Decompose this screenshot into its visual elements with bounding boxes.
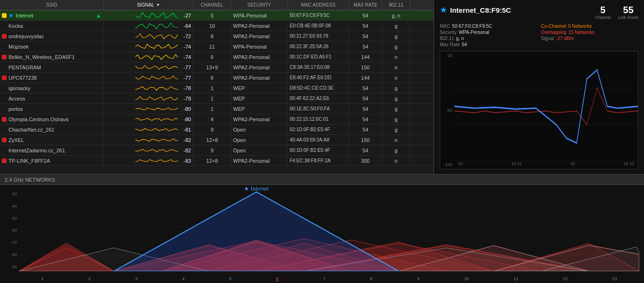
table-row[interactable]: Access-791WEP00:4F:62:22:A2:E654g	[0, 93, 434, 104]
signal-value: -77	[178, 75, 191, 81]
ssid-text: Mojzisek	[8, 44, 29, 50]
top-section: SSID SIGNAL ▼ CHANNEL SECURITY MAC ADDRE…	[0, 0, 644, 175]
cell-security: WPA-Personal	[231, 10, 288, 20]
signal-wave	[135, 126, 178, 133]
signal-wave	[135, 75, 178, 81]
table-row[interactable]: portos-801WEP00:1E:8C:50:F0:FA54g	[0, 104, 434, 114]
cell-ssid: Mojzisek	[0, 42, 104, 51]
cell-8021: g	[382, 42, 410, 51]
ssid-text: ChacharNet.cz_261	[8, 127, 54, 133]
cell-ssid: UPC677238	[0, 73, 104, 83]
bottom-section: 2.4 GHz NETWORKS -30 -40 -50 -60 -70 -80…	[0, 175, 644, 283]
cell-security: Open	[231, 125, 288, 134]
mac-value: 50:67:F0:C8:F9:5C	[452, 24, 492, 29]
table-row[interactable]: UPC677238-776WPA2-PersonalE8:40:F2:AF:E6…	[0, 73, 434, 83]
chart-x-label-4: 16:33	[623, 161, 634, 169]
table-row[interactable]: ChacharNet.cz_261-819Open02:1D:0F:B2:E5:…	[0, 125, 434, 135]
maxrate-label: Max Rate	[440, 42, 460, 47]
signal-value: -27 dBm	[556, 36, 574, 41]
cell-maxrate: 54	[349, 21, 382, 31]
ch-label-11: 11	[513, 276, 518, 281]
cell-ssid: ★Internet▲	[0, 10, 104, 20]
cell-maxrate: 54	[349, 42, 382, 51]
detail-title: Internet_C8:F9:5C	[450, 6, 511, 14]
chart-y-label-bot: -100	[442, 162, 452, 167]
y-label-70: -70	[2, 240, 17, 245]
cell-channel: 8	[193, 31, 231, 41]
signal-wave	[135, 43, 178, 50]
signal-value: -80	[178, 117, 191, 122]
cell-security: WPA2-Personal	[231, 73, 288, 83]
co-channel-value: 0 Networks	[568, 24, 592, 29]
cell-8021: g	[382, 31, 410, 41]
chart-x-label-2: 16:32	[511, 161, 522, 169]
cell-mac: 02:1D:0F:B2:E5:4F	[288, 125, 349, 134]
channel-x-axis: 1 2 3 4 5 6 7 8 9 10 11 12 13	[19, 276, 639, 281]
ch-label-4: 4	[182, 276, 184, 281]
cell-mac: C8:3A:35:17:E0:08	[288, 62, 349, 72]
color-dot	[2, 138, 7, 142]
security-row: Security WPA-Personal	[440, 30, 537, 35]
ch-label-8: 8	[370, 276, 373, 281]
table-row[interactable]: Kocka-6410WPA2-PersonalE0:CB:4E:0B:0F:08…	[0, 21, 434, 31]
ch-label-6: 6	[276, 276, 278, 281]
signal-wave	[135, 12, 178, 19]
cell-maxrate: 300	[349, 156, 382, 166]
table-row[interactable]: Belkin_N_Wireless_EDA5F1-746WPA2-Persona…	[0, 52, 434, 62]
cell-signal: -82	[104, 135, 193, 145]
col-header-channel: CHANNEL	[193, 0, 231, 10]
maxrate-value: 54	[462, 42, 467, 47]
cell-channel: 9	[193, 145, 231, 155]
ssid-text: Kocka	[8, 23, 23, 29]
table-row[interactable]: TP-LINK_F8FF2A-8312+8WPA2-PersonalF4:EC:…	[0, 156, 434, 166]
cell-8021: g	[382, 21, 410, 31]
cell-signal: -80	[104, 114, 193, 124]
network-list[interactable]: ★Internet▲-275WPA-Personal50:67:F0:C8:F9…	[0, 10, 434, 174]
cell-signal: -78	[104, 83, 193, 93]
color-dot	[2, 13, 7, 18]
cell-security: WEP	[231, 83, 288, 93]
cell-8021: n	[382, 135, 410, 145]
table-row[interactable]: igorsacky-781WEPD8:5D:4C:CE:CD:3E54g	[0, 83, 434, 93]
table-row[interactable]: ★Internet▲-275WPA-Personal50:67:F0:C8:F9…	[0, 10, 434, 21]
table-row[interactable]: ondrejuvvysilac-728WPA2-Personal00:21:27…	[0, 31, 434, 42]
table-row[interactable]: ZyXEL-8212+8Open40:4A:03:59:2A:A8150n	[0, 135, 434, 145]
cell-channel: 11	[193, 42, 231, 51]
cell-mac: E8:40:F2:AF:E6:DD	[288, 73, 349, 83]
table-row[interactable]: PENTAGRAM-7713+9WPA2-PersonalC8:3A:35:17…	[0, 62, 434, 73]
col-header-8021: 802.11	[382, 0, 410, 10]
link-score-stat: 55 Link Score	[618, 5, 638, 20]
cell-security: WPA2-Personal	[231, 156, 288, 166]
ssid-text: ZyXEL	[8, 137, 24, 143]
cell-maxrate: 54	[349, 145, 382, 155]
mac-label: MAC	[440, 24, 450, 29]
svg-text:★ Internet: ★ Internet	[244, 185, 269, 192]
col-header-maxrate: MAX RATE	[349, 0, 382, 10]
cell-mac: 00:4F:62:22:A2:E6	[288, 93, 349, 103]
chart-y-label-mid: -60	[442, 108, 452, 113]
std-row: 802.11 g, n	[440, 36, 537, 41]
color-dot	[2, 34, 7, 39]
col-header-security: SECURITY	[231, 0, 288, 10]
cell-mac: 00:1C:DF:ED:A5:F1	[288, 52, 349, 62]
col-header-signal[interactable]: SIGNAL ▼	[104, 0, 193, 10]
detail-chart-svg	[454, 51, 638, 161]
table-row[interactable]: Olympia.Centrum.Ostrava-804WPA2-Personal…	[0, 114, 434, 125]
ssid-text: PENTAGRAM	[8, 65, 41, 70]
std-label: 802.11	[440, 36, 454, 41]
cell-channel: 5	[193, 10, 231, 20]
signal-row: Signal -27 dBm	[541, 36, 639, 41]
cell-ssid: portos	[0, 104, 104, 114]
table-row[interactable]: Mojzisek-7411WPA-Personal00:22:3F:25:5A:…	[0, 42, 434, 52]
chart-area	[454, 51, 638, 161]
std-value: g, n	[456, 36, 464, 41]
cell-ssid: igorsacky	[0, 83, 104, 93]
cell-mac: 00:22:15:12:0C:01	[288, 114, 349, 124]
table-row[interactable]: InternetZadarmo.cz_261-829Open00:1D:0F:B…	[0, 145, 434, 156]
ch-label-12: 12	[563, 276, 568, 281]
signal-wave	[135, 54, 178, 60]
color-dot	[2, 117, 7, 122]
ssid-text: Access	[8, 96, 25, 101]
cell-maxrate: 54	[349, 83, 382, 93]
signal-value: -74	[178, 54, 191, 60]
